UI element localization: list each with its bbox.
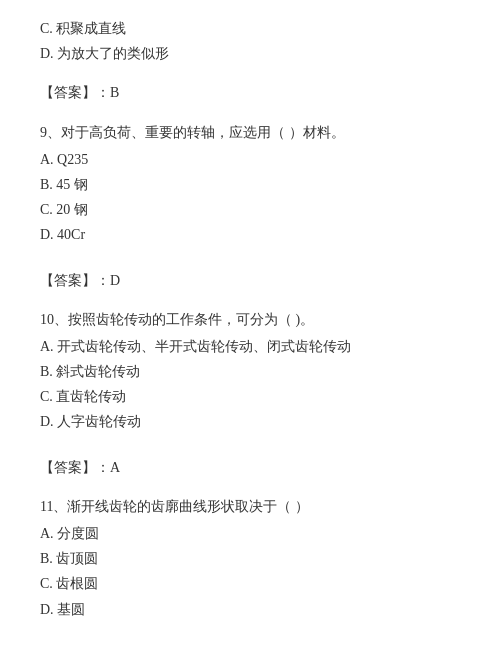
q11-option-a: A. 分度圆 [40,521,460,546]
q9-option-a: A. Q235 [40,147,460,172]
answer-9: 【答案】：D [40,268,460,293]
answer-11: 【答案】：D [40,642,460,647]
question-9: 9、对于高负荷、重要的转轴，应选用（ ）材料。 A. Q235 B. 45 钢 … [40,120,460,248]
answer-10: 【答案】：A [40,455,460,480]
q11-option-d: D. 基圆 [40,597,460,622]
question-10-text: 10、按照齿轮传动的工作条件，可分为（ )。 [40,307,460,332]
q10-option-c: C. 直齿轮传动 [40,384,460,409]
q9-option-c: C. 20 钢 [40,197,460,222]
initial-options: C. 积聚成直线 D. 为放大了的类似形 [40,16,460,66]
answer-block-11: 【答案】：D [40,642,460,647]
q10-option-a: A. 开式齿轮传动、半开式齿轮传动、闭式齿轮传动 [40,334,460,359]
q11-option-c: C. 齿根圆 [40,571,460,596]
answer-block-10: 【答案】：A [40,455,460,480]
page-content: C. 积聚成直线 D. 为放大了的类似形 【答案】：B 9、对于高负荷、重要的转… [40,16,460,647]
q9-option-b: B. 45 钢 [40,172,460,197]
q11-option-b: B. 齿顶圆 [40,546,460,571]
q9-option-d: D. 40Cr [40,222,460,247]
answer-block-9: 【答案】：D [40,268,460,293]
option-d-line: D. 为放大了的类似形 [40,41,460,66]
question-11-text: 11、渐开线齿轮的齿廓曲线形状取决于（ ） [40,494,460,519]
q10-option-b: B. 斜式齿轮传动 [40,359,460,384]
question-11: 11、渐开线齿轮的齿廓曲线形状取决于（ ） A. 分度圆 B. 齿顶圆 C. 齿… [40,494,460,622]
option-c-line: C. 积聚成直线 [40,16,460,41]
answer-block-8: 【答案】：B [40,80,460,105]
answer-8: 【答案】：B [40,80,460,105]
question-10: 10、按照齿轮传动的工作条件，可分为（ )。 A. 开式齿轮传动、半开式齿轮传动… [40,307,460,435]
q10-option-d: D. 人字齿轮传动 [40,409,460,434]
question-9-text: 9、对于高负荷、重要的转轴，应选用（ ）材料。 [40,120,460,145]
